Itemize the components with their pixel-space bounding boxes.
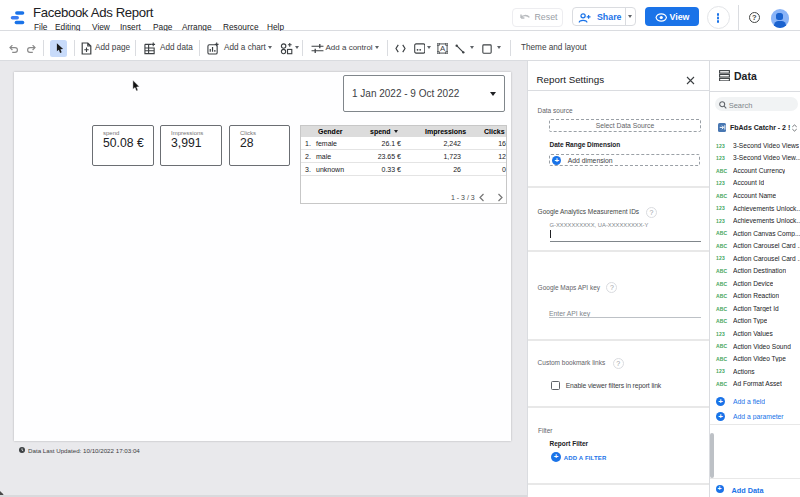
svg-text:A: A [440,44,446,53]
